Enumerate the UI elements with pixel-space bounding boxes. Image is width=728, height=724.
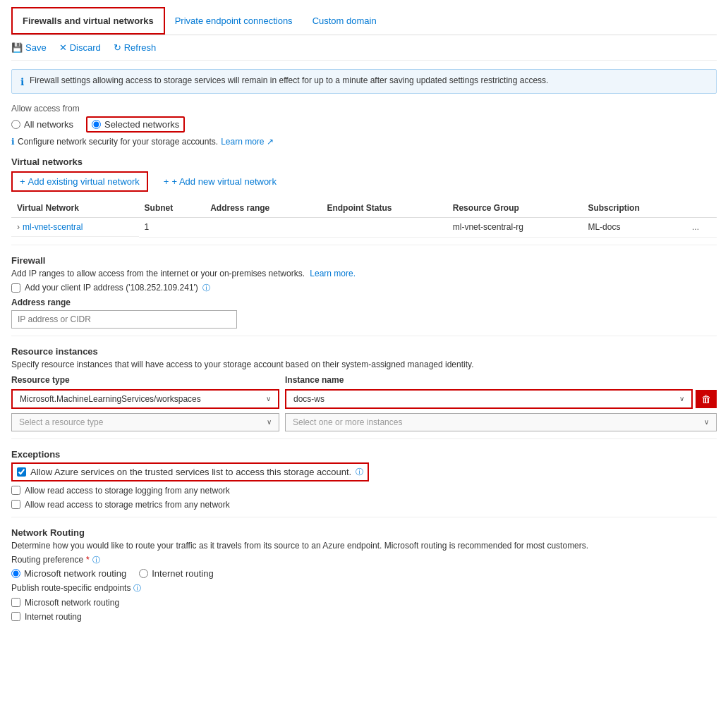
instance-name-value-1: docs-ws (293, 394, 324, 404)
vnet-subscription: ML-docs (582, 218, 686, 238)
tab-custom[interactable]: Custom domain (303, 8, 387, 33)
microsoft-routing-label: Microsoft network routing (24, 568, 126, 579)
discard-button[interactable]: ✕ Discard (59, 42, 101, 53)
publish-internet-row: Internet routing (11, 612, 717, 622)
access-radio-group: All networks Selected networks (11, 116, 717, 133)
address-range-input[interactable] (11, 310, 237, 329)
add-new-label: + Add new virtual network (171, 176, 277, 187)
info-banner-text: Firewall settings allowing access to sto… (30, 75, 548, 85)
publish-microsoft-checkbox[interactable] (11, 598, 20, 607)
publish-microsoft-row: Microsoft network routing (11, 598, 717, 608)
firewall-learn-more[interactable]: Learn more. (310, 269, 356, 278)
routing-desc: Determine how you would like to route yo… (11, 541, 717, 551)
instance-wrapper-2: Select one or more instances ∨ (285, 413, 717, 431)
vnet-name[interactable]: ml-vnet-scentral (23, 222, 83, 232)
exception-checkbox-1[interactable] (17, 467, 26, 477)
selected-networks-radio[interactable] (92, 120, 101, 129)
save-label: Save (25, 42, 47, 53)
chevron-icon-4: ∨ (704, 418, 709, 426)
exception-label-2: Allow read access to storage logging fro… (25, 486, 230, 496)
publish-info-icon[interactable]: ⓘ (133, 583, 141, 594)
col-rg: Resource Group (447, 199, 583, 218)
firewall-title: Firewall (11, 255, 717, 266)
vnet-rg: ml-vnet-scentral-rg (447, 218, 583, 238)
delete-row-1-button[interactable]: 🗑 (696, 390, 717, 408)
tab-private[interactable]: Private endpoint connections (165, 8, 303, 33)
resource-type-value-1: Microsoft.MachineLearningServices/worksp… (20, 394, 201, 404)
exception-info-icon-1[interactable]: ⓘ (356, 467, 363, 477)
all-networks-radio[interactable] (11, 120, 20, 129)
exception-row-2: Allow read access to storage logging fro… (11, 486, 717, 496)
save-button[interactable]: 💾 Save (11, 42, 47, 53)
exception-label-1: Allow Azure services on the trusted serv… (30, 467, 351, 477)
vnet-endpoint (321, 218, 447, 238)
learn-more-link[interactable]: Learn more ↗ (221, 137, 274, 147)
internet-routing-label: Internet routing (152, 568, 213, 579)
exception-row-1: Allow Azure services on the trusted serv… (11, 462, 369, 481)
toolbar: 💾 Save ✕ Discard ↻ Refresh (11, 35, 717, 61)
publish-label-row: Publish route-specific endpoints ⓘ (11, 583, 717, 594)
network-security-info: ℹ Configure network security for your st… (11, 137, 717, 147)
info-icon-small: ℹ (11, 137, 15, 147)
instance-name-placeholder: Select one or more instances (293, 417, 402, 427)
client-ip-checkbox[interactable] (11, 283, 20, 293)
vnet-address (205, 218, 321, 238)
firewall-desc: Add IP ranges to allow access from the i… (11, 269, 717, 278)
selected-networks-label: Selected networks (104, 119, 179, 130)
plus-icon-2: + (164, 176, 169, 187)
refresh-icon: ↻ (114, 42, 121, 53)
instance-name-dropdown-1[interactable]: docs-ws ∨ (285, 389, 693, 409)
chevron-icon-1: ∨ (266, 395, 271, 403)
exception-checkbox-2[interactable] (11, 486, 20, 495)
expand-icon[interactable]: › (17, 222, 20, 232)
vnet-subnet: 1 (139, 218, 205, 238)
routing-pref-label: Routing preference * ⓘ (11, 555, 717, 565)
save-icon: 💾 (11, 42, 23, 53)
exception-checkbox-3[interactable] (11, 500, 20, 509)
routing-info-icon[interactable]: ⓘ (92, 555, 100, 565)
resource-type-dropdown-1[interactable]: Microsoft.MachineLearningServices/worksp… (11, 389, 279, 409)
all-networks-option[interactable]: All networks (11, 119, 73, 130)
publish-microsoft-label: Microsoft network routing (25, 598, 119, 608)
resource-instances-title: Resource instances (11, 346, 717, 357)
resource-instance-row-1: Microsoft.MachineLearningServices/worksp… (11, 389, 717, 409)
microsoft-routing-option[interactable]: Microsoft network routing (11, 568, 126, 579)
col-address: Address range (205, 199, 321, 218)
internet-routing-radio[interactable] (139, 569, 148, 578)
client-ip-info-icon[interactable]: ⓘ (202, 283, 210, 293)
add-existing-vnet-button[interactable]: + Add existing virtual network (11, 171, 148, 192)
refresh-button[interactable]: ↻ Refresh (114, 42, 157, 53)
add-new-vnet-button[interactable]: + + Add new virtual network (157, 173, 284, 190)
address-range-label: Address range (11, 297, 717, 307)
tab-bar: Firewalls and virtual networks Private e… (11, 7, 717, 35)
exceptions-title: Exceptions (11, 449, 717, 460)
microsoft-routing-radio[interactable] (11, 569, 20, 578)
virtual-networks-section: Virtual networks + Add existing virtual … (11, 157, 717, 238)
exception-label-3: Allow read access to storage metrics fro… (25, 500, 230, 510)
all-networks-label: All networks (24, 119, 73, 130)
selected-networks-box: Selected networks (86, 116, 185, 133)
vnet-more[interactable]: ... (686, 218, 717, 238)
firewall-section: Firewall Add IP ranges to allow access f… (11, 255, 717, 329)
vnet-expand[interactable]: › ml-vnet-scentral (11, 218, 139, 237)
col-sub: Subscription (582, 199, 686, 218)
internet-routing-option[interactable]: Internet routing (139, 568, 213, 579)
tab-firewalls[interactable]: Firewalls and virtual networks (11, 7, 165, 35)
learn-more-label: Learn more (221, 137, 264, 147)
exceptions-section: Exceptions Allow Azure services on the t… (11, 449, 717, 510)
publish-internet-label: Internet routing (25, 612, 82, 622)
info-icon: ℹ (20, 76, 24, 87)
resource-type-placeholder: Select a resource type (19, 417, 103, 427)
selected-networks-option[interactable]: Selected networks (92, 119, 179, 130)
instance-name-dropdown-2[interactable]: Select one or more instances ∨ (285, 413, 717, 431)
refresh-label: Refresh (124, 42, 157, 53)
client-ip-label: Add your client IP address ('108.252.109… (25, 283, 198, 293)
external-link-icon: ↗ (267, 137, 274, 147)
vnet-actions: + Add existing virtual network + + Add n… (11, 171, 717, 192)
routing-radio-group: Microsoft network routing Internet routi… (11, 568, 717, 579)
instance-name-col-header: Instance name (285, 375, 717, 386)
resource-type-dropdown-2[interactable]: Select a resource type ∨ (11, 413, 279, 431)
col-subnet: Subnet (139, 199, 205, 218)
publish-internet-checkbox[interactable] (11, 612, 20, 621)
resource-instance-row-2: Select a resource type ∨ Select one or m… (11, 413, 717, 431)
